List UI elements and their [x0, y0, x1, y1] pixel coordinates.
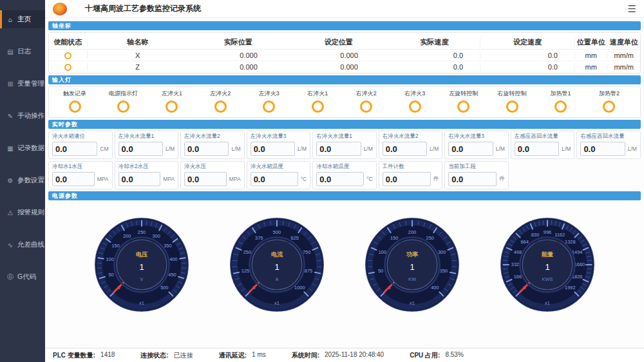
position-unit-cell: mm	[575, 52, 607, 59]
parameter-card: 冷却水箱温度0.0°C	[312, 161, 377, 189]
input-light-circle	[457, 100, 469, 113]
svg-text:400: 400	[169, 256, 177, 262]
svg-text:150: 150	[390, 235, 398, 241]
parameter-value-box[interactable]: 0.0	[316, 172, 364, 186]
parameter-card: 右感应器回水流量0.0L/M	[576, 131, 641, 159]
parameter-unit: L/M	[430, 146, 439, 152]
set-position-cell: 0.000	[289, 63, 389, 71]
svg-text:1: 1	[274, 262, 279, 272]
parameter-value-box[interactable]: 0.0	[118, 142, 163, 156]
parameter-value-box[interactable]: 0.0	[52, 172, 95, 186]
parameter-value-box[interactable]: 0.0	[184, 172, 227, 186]
axis-name-cell: Z	[88, 63, 188, 71]
parameter-label: 工件计数	[383, 163, 439, 171]
status-item-system-time: 系统时间:2025-11-18 20:48:40	[292, 351, 384, 360]
svg-text:500: 500	[273, 229, 281, 235]
svg-text:300: 300	[153, 233, 160, 239]
svg-text:1: 1	[410, 262, 414, 272]
parameter-label: 左淬火水流量3	[251, 133, 307, 140]
sidebar-item-manual[interactable]: ✎手动操作	[0, 107, 45, 125]
section-header-inputs: 输入灯	[48, 75, 641, 84]
sidebar-item-variables[interactable]: ⊞变量管理	[0, 75, 45, 93]
svg-text:875: 875	[305, 268, 312, 274]
parameter-unit: 件	[433, 175, 439, 183]
axis-table-row: X0.0000.0000.00.0mmmm/m	[49, 50, 640, 61]
parameter-value: 0.0	[55, 144, 67, 154]
sidebar-item-home[interactable]: ⌂主页	[0, 10, 45, 28]
parameter-value-box[interactable]: 0.0	[118, 172, 161, 186]
sidebar-item-settings[interactable]: ⚙参数设置	[0, 171, 45, 189]
sidebar-item-alarm[interactable]: ⚠报警规则	[0, 204, 45, 222]
input-light-label: 电源指示灯	[109, 90, 138, 98]
input-light-circle	[214, 100, 227, 113]
status-item-comm-latency: 通讯延迟:1 ms	[219, 351, 266, 360]
svg-text:300: 300	[438, 249, 446, 255]
actual-position-cell: 0.000	[188, 52, 289, 59]
parameter-value: 0.0	[451, 144, 463, 154]
parameter-unit: L/M	[231, 146, 240, 152]
svg-text:166: 166	[514, 274, 522, 280]
sidebar-item-records[interactable]: ▦记录数据	[0, 139, 45, 157]
svg-text:400: 400	[431, 285, 439, 291]
parameter-unit: 件	[499, 175, 505, 183]
svg-text:350: 350	[440, 268, 448, 274]
svg-text:125: 125	[242, 268, 249, 274]
status-label: 系统时间:	[292, 351, 319, 360]
parameter-value-box[interactable]: 0.0	[251, 142, 295, 156]
svg-text:1: 1	[545, 262, 549, 272]
parameter-value-box[interactable]: 0.0	[52, 142, 97, 156]
parameter-value-box[interactable]: 0.0	[383, 142, 427, 156]
menu-icon[interactable]: ☰	[628, 4, 636, 14]
enable-status-cell	[49, 63, 88, 71]
parameter-value-box[interactable]: 0.0	[316, 142, 361, 156]
parameter-value-box[interactable]: 0.0	[184, 142, 229, 156]
parameter-label: 右淬火水流量3	[448, 133, 505, 140]
set-speed-cell: 0.0	[480, 63, 575, 71]
parameter-value-box[interactable]: 0.0	[448, 172, 497, 186]
input-light-circle	[117, 100, 129, 113]
parameter-value-box[interactable]: 0.0	[448, 142, 493, 156]
gauge-power: 050100150200250300350400功率1KWx1	[365, 217, 460, 312]
enable-status-light[interactable]	[64, 64, 71, 71]
parameter-line: 0.0°C	[251, 172, 307, 186]
sidebar-item-label: 变量管理	[17, 79, 44, 88]
actual-speed-cell: 0.0	[389, 63, 480, 71]
parameter-unit: CM	[100, 146, 108, 152]
input-light-circle	[263, 100, 275, 113]
status-value: 1418	[100, 351, 115, 360]
parameter-value-box[interactable]: 0.0	[383, 172, 431, 186]
set-position-cell: 0.000	[289, 52, 389, 59]
status-item-plc-variable-count: PLC 变量数量:1418	[53, 351, 115, 360]
sidebar-item-gcode[interactable]: ⒼG代码	[0, 268, 45, 286]
input-light-circle	[312, 100, 324, 113]
sidebar-item-label: 主页	[17, 15, 31, 24]
sidebar-item-label: 日志	[17, 47, 31, 56]
parameter-unit: L/M	[628, 146, 637, 152]
section-header-realtime: 实时参数	[48, 120, 641, 129]
parameter-card: 冷却水2水压0.0MPA	[115, 161, 179, 189]
parameter-card: 左淬火水流量10.0L/M	[115, 131, 179, 159]
parameter-label: 当前加工段	[448, 163, 505, 171]
parameter-value-box[interactable]: 0.0	[580, 142, 625, 156]
sidebar-item-log[interactable]: ▤日志	[0, 43, 45, 61]
input-light-label: 左淬火2	[210, 90, 231, 98]
gauge-current: 01252503755006257508751000电流1Ax1	[229, 217, 325, 312]
enable-status-light[interactable]	[64, 52, 71, 59]
input-light: 加热管2	[592, 90, 626, 113]
parameter-unit: MPA	[229, 176, 241, 182]
curve-icon: ∿	[6, 242, 14, 249]
parameter-value-box[interactable]: 0.0	[251, 172, 298, 186]
parameter-card: 左淬火水流量20.0L/M	[180, 131, 245, 159]
svg-text:1162: 1162	[554, 232, 565, 238]
column-header: 速度单位	[607, 37, 639, 47]
parameter-line: 0.0L/M	[383, 142, 439, 156]
svg-text:100: 100	[106, 256, 113, 262]
sidebar-item-tolerance[interactable]: ∿允差曲线	[0, 236, 45, 254]
input-light-circle	[166, 100, 178, 113]
parameter-value: 0.0	[254, 175, 265, 184]
parameter-value-box[interactable]: 0.0	[515, 142, 559, 156]
gcode-icon: Ⓖ	[6, 272, 14, 281]
input-light: 加热管1	[544, 90, 578, 113]
app-logo	[53, 3, 67, 15]
input-light-label: 右淬火2	[356, 90, 377, 98]
